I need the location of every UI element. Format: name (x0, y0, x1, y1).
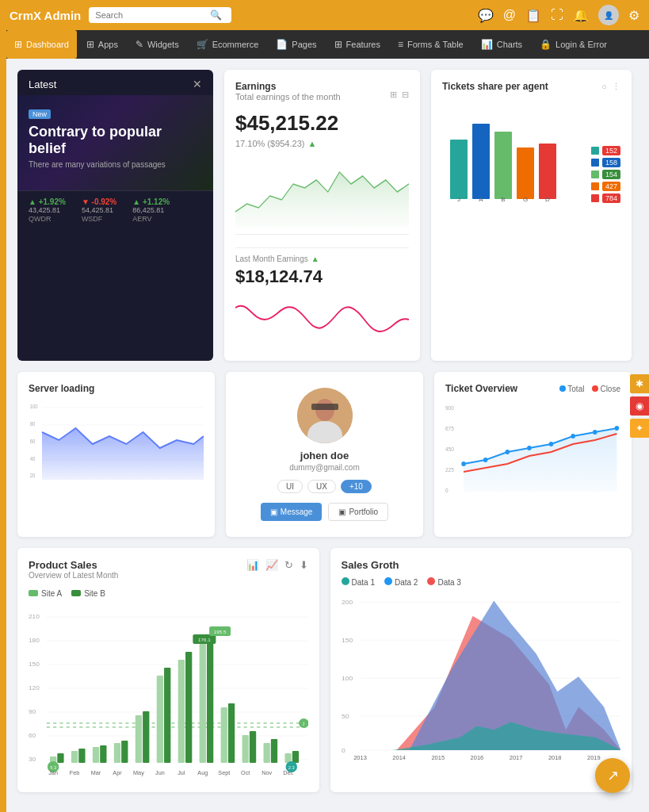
svg-rect-72 (185, 652, 192, 763)
product-title: Product Sales (29, 559, 118, 571)
svg-text:Jul: Jul (178, 770, 185, 776)
ticker-qwdr-symbol: QWDR (29, 215, 66, 223)
nav-widgets[interactable]: ✎ Widgets (128, 30, 187, 59)
nav-ecommerce-label: Ecommerce (212, 40, 259, 49)
latest-controls[interactable]: ✕ (193, 78, 202, 90)
chart-refresh-icon[interactable]: ↻ (284, 559, 293, 571)
chart-line-icon[interactable]: 📈 (265, 559, 278, 571)
svg-text:195.5: 195.5 (214, 629, 227, 634)
nav-apps[interactable]: ⊞ Apps (78, 30, 126, 59)
search-input[interactable] (95, 10, 206, 20)
svg-rect-71 (178, 660, 185, 763)
growth-legend: Data 1 Data 2 Data 3 (342, 577, 621, 587)
ticker-wsdf-change: ▼ -0.92% (82, 197, 116, 206)
svg-text:450: 450 (445, 446, 454, 452)
latest-subtext: There are many variations of passages (29, 160, 202, 169)
apps-icon: ⊞ (86, 39, 94, 50)
svg-text:D: D (545, 196, 550, 203)
fab-icon: ↗ (607, 767, 619, 784)
legend-data2: Data 2 (384, 577, 418, 587)
tickets-card: Tickets share per agent ○ ⋮ (431, 70, 632, 361)
tickets-header: Tickets share per agent ○ ⋮ (442, 81, 620, 92)
lock-icon: 🔒 (540, 39, 552, 50)
sidebar-pill-2[interactable]: ◉ (630, 396, 649, 416)
svg-rect-70 (164, 668, 170, 763)
svg-rect-68 (143, 711, 149, 763)
svg-rect-66 (121, 741, 128, 763)
ticket-overview-title: Ticket Overview (445, 383, 517, 394)
clipboard-icon[interactable]: 📋 (525, 8, 541, 23)
mention-icon[interactable]: @ (503, 8, 516, 22)
svg-text:2014: 2014 (392, 756, 406, 762)
nav-pages[interactable]: 📄 Pages (268, 30, 324, 59)
nav-features[interactable]: ⊞ Features (326, 30, 388, 59)
avatar[interactable]: 👤 (598, 5, 619, 25)
svg-rect-82 (250, 731, 256, 763)
svg-point-40 (615, 426, 620, 431)
svg-text:Oct: Oct (241, 770, 250, 776)
product-sales-chart: 210 180 150 120 90 60 30 (29, 604, 308, 779)
svg-text:May: May (133, 770, 144, 776)
earnings-title: Earnings (235, 81, 341, 92)
svg-point-33 (461, 462, 466, 466)
ticker-wsdf-price: 54,425.81 (82, 206, 116, 214)
message-button[interactable]: ▣ Message (261, 503, 323, 521)
sales-growth-card: Sales Groth Data 1 Data 2 Data 3 200 150… (330, 548, 632, 792)
legend-d-dot (591, 194, 599, 202)
close-x-icon[interactable]: ✕ (193, 78, 202, 90)
svg-text:60: 60 (29, 732, 36, 739)
earnings-icon2[interactable]: ⊟ (402, 90, 409, 100)
ticker-row: ▲ +1.92% 43,425.81 QWDR ▼ -0.92% 54,425.… (17, 190, 213, 229)
profile-actions: ▣ Message ▣ Portfolio (261, 503, 388, 521)
ticker-qwdr: ▲ +1.92% 43,425.81 QWDR (29, 197, 66, 223)
svg-text:60: 60 (30, 439, 36, 445)
nav-features-label: Features (346, 40, 380, 49)
nav-charts-label: Charts (497, 40, 522, 49)
svg-text:2016: 2016 (470, 756, 483, 762)
portfolio-button[interactable]: ▣ Portfolio (328, 503, 388, 521)
tickets-chart-area: J A B G D 152 158 (442, 100, 620, 203)
chart-download-icon[interactable]: ⬇ (300, 559, 308, 571)
svg-text:210: 210 (29, 613, 40, 620)
legend-data2-dot (384, 577, 392, 585)
chat-icon[interactable]: 💬 (478, 8, 494, 23)
legend-total: Total (559, 385, 584, 393)
nav-login[interactable]: 🔒 Login & Error (532, 30, 615, 59)
expand-icon[interactable]: ⛶ (551, 8, 563, 22)
earnings-header: Earnings Total earnings of the month ⊞ ⊟ (235, 81, 409, 108)
nav-charts[interactable]: 📊 Charts (473, 30, 530, 59)
svg-rect-64 (100, 745, 106, 763)
svg-text:B: B (501, 196, 505, 203)
fab-button[interactable]: ↗ (595, 758, 630, 793)
last-month-label: Last Month Earnings ▲ (235, 255, 409, 263)
profile-tags: UI UX +10 (277, 480, 372, 493)
legend-site-a: Site A (29, 589, 62, 598)
svg-rect-67 (136, 715, 142, 763)
nav-ecommerce[interactable]: 🛒 Ecommerce (189, 30, 267, 59)
svg-rect-69 (157, 676, 163, 763)
earnings-icon1[interactable]: ⊞ (390, 90, 397, 100)
svg-text:40: 40 (30, 456, 36, 462)
ticker-aerv: ▲ +1.12% 86,425.81 AERV (132, 197, 170, 223)
svg-rect-63 (93, 747, 99, 763)
svg-text:150: 150 (342, 638, 353, 644)
chart-bar-icon[interactable]: 📊 (246, 559, 259, 571)
tickets-menu-icon[interactable]: ⋮ (612, 82, 620, 92)
svg-text:Apr: Apr (113, 770, 122, 776)
bell-icon[interactable]: 🔔 (573, 8, 589, 23)
search-box[interactable]: 🔍 (89, 7, 231, 23)
profile-card: johen doe dummy@gmail.com UI UX +10 ▣ Me… (226, 372, 423, 537)
legend-total-dot (559, 385, 566, 392)
tickets-circle-icon[interactable]: ○ (601, 82, 607, 92)
svg-text:2.3: 2.3 (288, 765, 295, 770)
profile-name: johen doe (300, 450, 349, 462)
svg-text:Jun: Jun (155, 770, 165, 776)
nav-forms[interactable]: ≡ Forms & Table (390, 30, 471, 59)
sidebar-pill-1[interactable]: ✱ (630, 374, 649, 393)
legend-data1: Data 1 (342, 577, 375, 587)
search-icon: 🔍 (210, 10, 222, 21)
legend-close-dot (592, 385, 598, 392)
sidebar-pill-3[interactable]: ✦ (630, 419, 649, 438)
nav-dashboard[interactable]: ⊞ Dashboard (6, 30, 77, 59)
gear-icon[interactable]: ⚙ (628, 8, 639, 23)
